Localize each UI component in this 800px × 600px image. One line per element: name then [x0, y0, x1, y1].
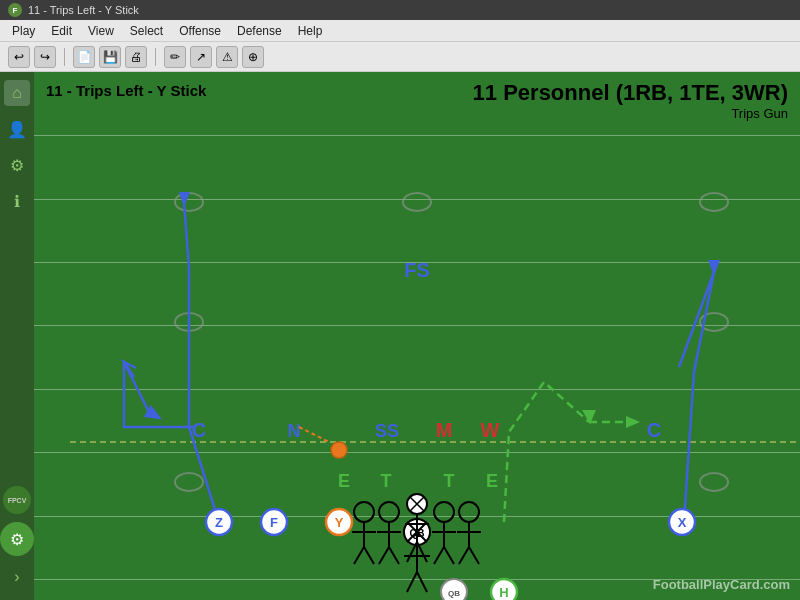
menubar: Play Edit View Select Offense Defense He…: [0, 20, 800, 42]
oval-marker: [175, 473, 203, 491]
sidebar-info-icon[interactable]: ℹ: [4, 188, 30, 214]
e-right-label: E: [486, 471, 498, 491]
sidebar-home-icon[interactable]: ⌂: [4, 80, 30, 106]
draw-button[interactable]: ✏: [164, 46, 186, 68]
redo-button[interactable]: ↪: [34, 46, 56, 68]
arrow-button[interactable]: ↗: [190, 46, 212, 68]
arrow-h-3: [626, 416, 640, 428]
n-blitz: [299, 427, 329, 442]
menu-play[interactable]: Play: [4, 22, 43, 40]
qb-leg2: [417, 572, 427, 592]
menu-edit[interactable]: Edit: [43, 22, 80, 40]
ol-rt-leg2: [469, 547, 479, 564]
sidebar-user-icon[interactable]: 👤: [4, 116, 30, 142]
field: 11 - Trips Left - Y Stick 11 Personnel (…: [34, 72, 800, 600]
y-text: Y: [335, 515, 344, 530]
titlebar: F 11 - Trips Left - Y Stick: [0, 0, 800, 20]
toolbar-separator-2: [155, 48, 156, 66]
qb-mark-text: QB: [448, 589, 460, 598]
c-left-label: C: [192, 419, 206, 441]
sidebar: ⌂ 👤 ⚙ ℹ FPCV ⚙ ›: [0, 72, 34, 600]
t-left-label: T: [381, 471, 392, 491]
oval-marker: [403, 193, 431, 211]
route-h: [504, 382, 589, 522]
ol-lg: [379, 502, 399, 522]
ol-rt-leg1: [459, 547, 469, 564]
main-layout: ⌂ 👤 ⚙ ℹ FPCV ⚙ › 11 - Trips Left - Y Sti…: [0, 72, 800, 600]
fs-label: FS: [404, 259, 430, 281]
app-logo: FPCV: [3, 486, 31, 514]
window-title: 11 - Trips Left - Y Stick: [28, 4, 139, 16]
ol-lg-leg1: [379, 547, 389, 564]
qb-leg1: [407, 572, 417, 592]
menu-select[interactable]: Select: [122, 22, 171, 40]
routes-svg: QB: [34, 72, 800, 600]
n-label: N: [288, 421, 301, 441]
f-text: F: [270, 515, 278, 530]
oval-marker: [700, 193, 728, 211]
w-label: W: [481, 419, 500, 441]
ol-rt: [459, 502, 479, 522]
ol-rg-leg2: [444, 547, 454, 564]
ol-rg-leg1: [434, 547, 444, 564]
ol-lg-leg2: [389, 547, 399, 564]
sidebar-expand-icon[interactable]: ›: [4, 564, 30, 590]
menu-offense[interactable]: Offense: [171, 22, 229, 40]
oval-marker: [175, 193, 203, 211]
print-button[interactable]: 🖨: [125, 46, 147, 68]
ol-lt-leg2: [364, 547, 374, 564]
save-button[interactable]: 💾: [99, 46, 121, 68]
add-button[interactable]: ⊕: [242, 46, 264, 68]
arrow-z: [179, 192, 190, 207]
menu-defense[interactable]: Defense: [229, 22, 290, 40]
ol-lt-leg1: [354, 547, 364, 564]
m-label: M: [436, 419, 453, 441]
menu-view[interactable]: View: [80, 22, 122, 40]
toolbar: ↩ ↪ 📄 💾 🖨 ✏ ↗ ⚠ ⊕: [0, 42, 800, 72]
app-icon: F: [8, 3, 22, 17]
oval-marker: [700, 473, 728, 491]
toolbar-separator: [64, 48, 65, 66]
menu-help[interactable]: Help: [290, 22, 331, 40]
h-text: H: [499, 585, 508, 600]
new-button[interactable]: 📄: [73, 46, 95, 68]
watermark: FootballPlayCard.com: [653, 577, 790, 592]
sidebar-settings-icon[interactable]: ⚙: [4, 152, 30, 178]
sidebar-tools-button[interactable]: ⚙: [0, 522, 34, 556]
t-right-label: T: [444, 471, 455, 491]
e-left-label: E: [338, 471, 350, 491]
ol-rg: [434, 502, 454, 522]
ball: [331, 442, 347, 458]
ss-label: SS: [375, 421, 399, 441]
warning-button[interactable]: ⚠: [216, 46, 238, 68]
sidebar-bottom: FPCV ⚙ ›: [0, 486, 34, 600]
ol-lt: [354, 502, 374, 522]
route-cb-right: [679, 272, 714, 367]
z-text: Z: [215, 515, 223, 530]
c-right-label: C: [647, 419, 661, 441]
x-text: X: [678, 515, 687, 530]
undo-button[interactable]: ↩: [8, 46, 30, 68]
